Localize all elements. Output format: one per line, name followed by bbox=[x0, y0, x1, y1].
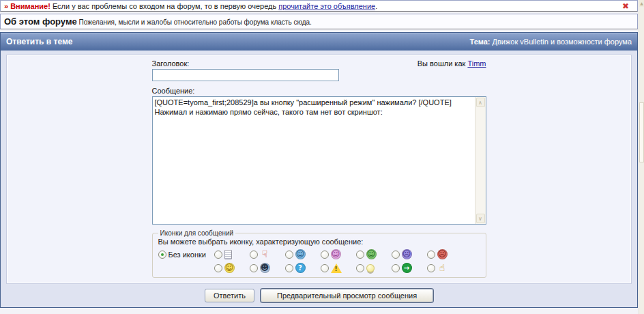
question-icon: ? bbox=[295, 263, 306, 273]
forum-title: Об этом форуме bbox=[4, 16, 77, 27]
no-icon-label: Без иконки bbox=[169, 251, 206, 259]
post-icons-grid: Без иконки ☟☺☺☺☹☹☺☻?!→☝ bbox=[158, 248, 480, 274]
pink-smile-face-icon-radio[interactable] bbox=[321, 251, 329, 259]
warning-notice-bar: » Внимание! Если у вас проблемы со входо… bbox=[0, 0, 638, 12]
red-angry-face-icon-option[interactable]: ☹ bbox=[427, 248, 463, 260]
page-title: Ответить в теме bbox=[6, 37, 72, 46]
pink-smile-face-icon-option[interactable]: ☺ bbox=[321, 248, 356, 260]
post-icons-legend: Иконки для сообщений bbox=[158, 229, 236, 237]
green-arrow-icon: → bbox=[402, 263, 412, 273]
post-document-icon-radio[interactable] bbox=[214, 251, 222, 259]
purple-frown-face-icon-radio[interactable] bbox=[392, 251, 400, 259]
cool-blue-face-icon-radio[interactable] bbox=[285, 251, 293, 259]
red-angry-face-icon-radio[interactable] bbox=[427, 251, 435, 259]
pink-smile-face-icon: ☺ bbox=[331, 249, 341, 259]
forum-info-bar: Об этом форуме Пожелания, мысли и жалобы… bbox=[0, 14, 638, 29]
yellow-smile-face-icon-radio[interactable] bbox=[214, 264, 222, 272]
red-angry-face-icon: ☹ bbox=[437, 249, 448, 259]
scroll-up-icon[interactable]: ∧ bbox=[476, 98, 485, 107]
warning-label: » Внимание! bbox=[4, 2, 50, 10]
reply-panel: Ответить в теме Тема: Движок vBulletin и… bbox=[0, 32, 638, 308]
logged-in-text: Вы вошли как bbox=[418, 59, 468, 68]
sunglasses-face-icon-option[interactable]: ☻ bbox=[250, 262, 285, 274]
thumbs-up-icon-option[interactable]: ☝ bbox=[427, 262, 463, 274]
message-label: Сообщение: bbox=[152, 87, 486, 95]
page-scroll-up-icon[interactable]: ▲ bbox=[639, 0, 644, 7]
textarea-scrollbar[interactable]: ∧ ∨ bbox=[475, 97, 486, 224]
no-icon-option[interactable]: Без иконки bbox=[158, 248, 214, 260]
form-panel: Заголовок: Вы вошли как Timm Сообщение: … bbox=[6, 55, 632, 284]
thumbs-up-icon-radio[interactable] bbox=[427, 264, 435, 272]
green-grin-face-icon-option[interactable]: ☺ bbox=[356, 248, 392, 260]
post-icons-fieldset: Иконки для сообщений Вы можете выбрать и… bbox=[152, 229, 486, 278]
lightbulb-icon-radio[interactable] bbox=[356, 264, 364, 272]
warning-text: Если у вас проблемы со входом на форум, … bbox=[50, 2, 278, 10]
button-row: Ответить Предварительный просмотр сообще… bbox=[6, 284, 632, 304]
topic-label: Тема: bbox=[470, 38, 491, 46]
title-label: Заголовок: bbox=[152, 59, 190, 68]
post-document-icon-option[interactable] bbox=[214, 248, 250, 260]
panel-surround: Заголовок: Вы вошли как Timm Сообщение: … bbox=[1, 51, 637, 307]
sunglasses-face-icon: ☻ bbox=[260, 263, 270, 273]
preview-button[interactable]: Предварительный просмотр сообщения bbox=[261, 289, 433, 302]
username-link[interactable]: Timm bbox=[467, 59, 486, 68]
announcement-link[interactable]: прочитайте это объявление bbox=[278, 2, 375, 10]
warning-triangle-icon-option[interactable]: ! bbox=[321, 262, 356, 274]
close-notice-icon[interactable]: ✖ bbox=[622, 1, 629, 11]
no-icon-radio[interactable] bbox=[158, 251, 166, 259]
question-icon-option[interactable]: ? bbox=[285, 262, 321, 274]
green-grin-face-icon-radio[interactable] bbox=[356, 251, 364, 259]
page: » Внимание! Если у вас проблемы со входо… bbox=[0, 0, 638, 314]
page-scrollbar-thumb[interactable] bbox=[639, 102, 644, 162]
post-icons-prompt: Вы можете выбрать иконку, характеризующу… bbox=[158, 238, 480, 246]
sunglasses-face-icon-radio[interactable] bbox=[250, 264, 258, 272]
cool-blue-face-icon-option[interactable]: ☺ bbox=[285, 248, 321, 260]
yellow-smile-face-icon-option[interactable]: ☺ bbox=[214, 262, 250, 274]
question-icon-radio[interactable] bbox=[285, 264, 293, 272]
topic-value: Движок vBulletin и возможности форума bbox=[491, 38, 632, 46]
warning-triangle-icon-radio[interactable] bbox=[321, 264, 329, 272]
message-area-wrapper: [QUOTE=tyoma_first;208529]а вы кнопку "р… bbox=[152, 96, 486, 225]
forum-description: Пожелания, мысли и жалобы относительно р… bbox=[77, 18, 312, 26]
post-document-icon bbox=[224, 250, 232, 259]
yellow-smile-face-icon: ☺ bbox=[224, 263, 235, 273]
green-arrow-icon-radio[interactable] bbox=[392, 264, 400, 272]
green-arrow-icon-option[interactable]: → bbox=[392, 262, 427, 274]
green-grin-face-icon: ☺ bbox=[366, 249, 377, 259]
thumbs-down-icon-radio[interactable] bbox=[250, 251, 258, 259]
reply-submit-button[interactable]: Ответить bbox=[205, 289, 254, 302]
purple-frown-face-icon: ☹ bbox=[402, 249, 412, 259]
cool-blue-face-icon: ☺ bbox=[295, 249, 306, 259]
thumbs-up-icon: ☝ bbox=[437, 263, 448, 273]
lightbulb-icon bbox=[366, 264, 375, 272]
message-textarea[interactable]: [QUOTE=tyoma_first;208529]а вы кнопку "р… bbox=[153, 97, 474, 224]
thumbs-down-icon-option[interactable]: ☟ bbox=[250, 248, 285, 260]
topic-info: Тема: Движок vBulletin и возможности фор… bbox=[470, 38, 632, 46]
lightbulb-icon-option[interactable] bbox=[356, 262, 392, 274]
warning-period: . bbox=[375, 2, 377, 10]
title-input[interactable] bbox=[152, 69, 339, 81]
purple-frown-face-icon-option[interactable]: ☹ bbox=[392, 248, 427, 260]
page-scrollbar[interactable]: ▲ bbox=[639, 0, 644, 314]
reply-panel-header: Ответить в теме Тема: Движок vBulletin и… bbox=[1, 33, 637, 51]
warning-triangle-icon: ! bbox=[331, 263, 342, 273]
thumbs-down-icon: ☟ bbox=[260, 249, 270, 259]
login-status: Вы вошли как Timm bbox=[418, 59, 486, 68]
scroll-down-icon[interactable]: ∨ bbox=[476, 214, 485, 223]
